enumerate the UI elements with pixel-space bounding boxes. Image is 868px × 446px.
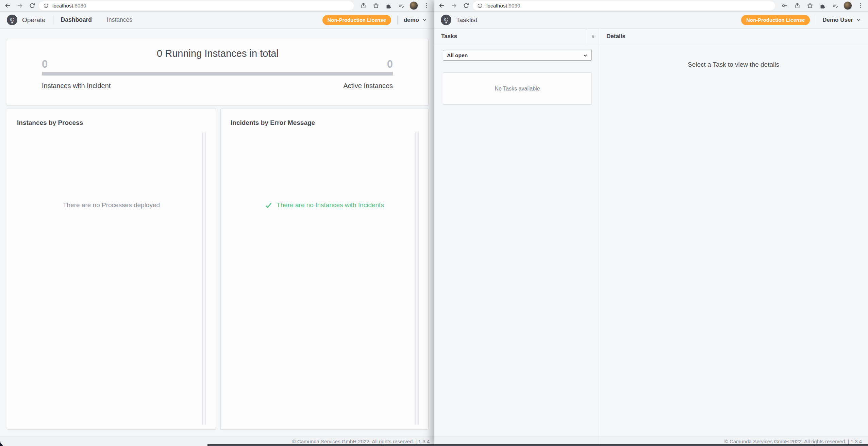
site-info-icon[interactable]: [476, 2, 484, 10]
task-filter-select[interactable]: All open: [443, 50, 592, 61]
url-bar[interactable]: localhost:8080: [39, 1, 354, 10]
browser-toolbar: localhost:9090: [434, 0, 868, 12]
site-info-icon[interactable]: [42, 2, 50, 10]
browser-menu-icon[interactable]: [856, 2, 865, 10]
chevron-down-icon: [422, 17, 427, 22]
screen-bottom-edge: [207, 444, 868, 446]
metric-title: 0 Running Instances in total: [7, 48, 428, 59]
divider: [816, 16, 816, 24]
cursor: [0, 442, 3, 446]
nav-instances[interactable]: Instances: [107, 16, 132, 23]
forward-icon[interactable]: [16, 2, 24, 10]
extensions-icon[interactable]: [818, 2, 827, 10]
url-bar[interactable]: localhost:9090: [473, 1, 775, 10]
tasks-empty-message: No Tasks available: [495, 86, 540, 92]
copyright-text: © Camunda Services GmbH 2022. All rights…: [724, 439, 862, 444]
star-icon[interactable]: [806, 2, 814, 10]
user-menu[interactable]: Demo User: [822, 17, 861, 23]
license-badge[interactable]: Non-Production License: [741, 15, 810, 25]
incidents-by-error-panel: Incidents by Error Message There are no …: [220, 109, 429, 430]
operate-app-header: C Operate Dashboard Instances Non-Produc…: [0, 12, 434, 29]
extensions-icon[interactable]: [384, 2, 393, 10]
browser-actions: [781, 1, 865, 10]
browser-toolbar: localhost:8080: [0, 0, 434, 12]
operate-dashboard: 0 Running Instances in total 0 0 Instanc…: [0, 29, 434, 446]
back-icon[interactable]: [3, 2, 12, 10]
reload-icon[interactable]: [462, 2, 470, 10]
tasklist-window: localhost:9090 C T: [434, 0, 868, 446]
task-filter-value: All open: [447, 52, 468, 59]
reload-icon[interactable]: [28, 2, 36, 10]
check-icon: [265, 202, 272, 209]
tasklist-app-header: C Tasklist Non-Production License Demo U…: [434, 12, 868, 29]
app-name: Operate: [22, 16, 46, 24]
active-count: 0: [387, 58, 393, 70]
operate-top-nav: Dashboard Instances: [61, 16, 132, 23]
details-panel: Details Select a Task to view the detail…: [599, 29, 868, 446]
share-icon[interactable]: [359, 2, 367, 10]
screen: localhost:8080 C Operate: [0, 0, 868, 446]
panel-divider: [599, 29, 599, 446]
operate-window: localhost:8080 C Operate: [0, 0, 434, 446]
empty-state-message: There are no Instances with Incidents: [221, 201, 428, 209]
divider: [397, 16, 398, 24]
chevron-down-icon: [856, 17, 861, 22]
user-name: Demo User: [822, 17, 853, 23]
select-chevron-icon: [583, 53, 588, 58]
browser-nav-group: [437, 2, 470, 10]
empty-state-text: There are no Instances with Incidents: [277, 201, 384, 209]
instances-by-process-panel: Instances by Process There are no Proces…: [7, 109, 216, 430]
empty-state-message: There are no Processes deployed: [7, 201, 216, 209]
tasks-panel-header: Tasks: [434, 29, 599, 44]
reading-list-icon[interactable]: [397, 2, 405, 10]
panel-title: Instances by Process: [17, 119, 83, 127]
details-panel-header: Details: [599, 29, 868, 44]
url-host: localhost: [52, 3, 73, 9]
details-empty-message: Select a Task to view the details: [599, 61, 868, 68]
browser-profile-avatar[interactable]: [844, 1, 852, 10]
scrollbar-track[interactable]: [415, 132, 419, 425]
url-text: localhost:8080: [52, 3, 86, 9]
url-port: :9090: [507, 3, 520, 9]
browser-actions: [359, 1, 431, 10]
copyright-text: © Camunda Services GmbH 2022. All rights…: [292, 439, 430, 444]
active-label[interactable]: Active Instances: [343, 82, 393, 90]
license-badge[interactable]: Non-Production License: [322, 15, 391, 25]
url-port: :8080: [73, 3, 86, 9]
camunda-logo: C: [7, 15, 17, 25]
url-host: localhost: [486, 3, 507, 9]
star-icon[interactable]: [372, 2, 380, 10]
tasks-empty-card: No Tasks available: [443, 72, 592, 105]
running-instances-panel: 0 Running Instances in total 0 0 Instanc…: [7, 39, 429, 105]
key-icon[interactable]: [781, 2, 789, 10]
instances-progress-bar: [42, 72, 393, 76]
reading-list-icon[interactable]: [831, 2, 839, 10]
share-icon[interactable]: [793, 2, 801, 10]
svg-text:C: C: [444, 17, 448, 22]
incidents-count: 0: [42, 58, 48, 70]
tasklist-body: Tasks All open No Tasks available Detail…: [434, 29, 868, 446]
scrollbar-track[interactable]: [202, 132, 206, 425]
browser-menu-icon[interactable]: [422, 2, 431, 10]
nav-dashboard[interactable]: Dashboard: [61, 16, 92, 23]
panel-title: Incidents by Error Message: [231, 119, 315, 127]
url-text: localhost:9090: [486, 3, 520, 9]
tasks-panel: Tasks All open No Tasks available: [434, 29, 599, 446]
incidents-label[interactable]: Instances with Incident: [42, 82, 111, 90]
browser-profile-avatar[interactable]: [410, 1, 418, 10]
divider: [53, 16, 53, 24]
back-icon[interactable]: [437, 2, 446, 10]
user-menu[interactable]: demo: [404, 17, 427, 23]
details-panel-title: Details: [606, 29, 625, 44]
forward-icon[interactable]: [450, 2, 458, 10]
svg-text:C: C: [10, 17, 14, 22]
camunda-logo: C: [441, 15, 451, 25]
tasks-panel-title: Tasks: [441, 29, 457, 44]
user-name: demo: [404, 17, 419, 23]
app-name: Tasklist: [456, 16, 477, 24]
browser-nav-group: [3, 2, 36, 10]
collapse-panel-icon[interactable]: [587, 29, 599, 44]
